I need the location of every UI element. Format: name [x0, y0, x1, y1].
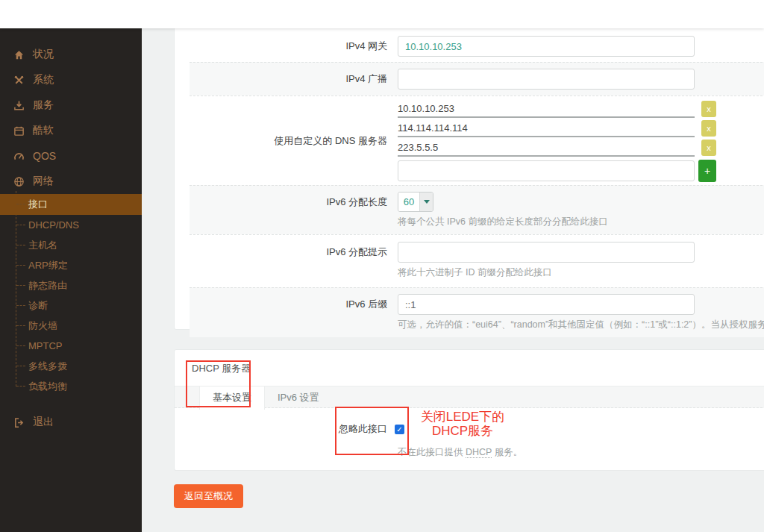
ipv4-broadcast-input[interactable] [398, 69, 695, 90]
sidebar-item-interfaces[interactable]: 接口 [0, 194, 142, 215]
sidebar-item-label: 系统 [33, 73, 54, 87]
dns-add-entry: + [398, 160, 764, 182]
sidebar-item-arp-binding[interactable]: ARP绑定 [0, 255, 142, 275]
sidebar-item-qos[interactable]: QOS [0, 143, 142, 169]
sidebar-item-label: 退出 [33, 416, 54, 429]
field-description: 将此十六进制子 ID 前缀分配给此接口 [398, 266, 764, 279]
sidebar-item-diagnostics[interactable]: 诊断 [0, 295, 142, 316]
annotation-text: 关闭LEDE下的 DHCP服务 [379, 410, 546, 438]
back-to-overview-button[interactable]: 返回至概况 [174, 484, 243, 508]
field-label: IPv4 网关 [190, 36, 387, 57]
network-submenu: 接口 DHCP/DNS 主机名 ARP绑定 静态路由 诊断 防火墙 MPTCP … [0, 194, 142, 396]
globe-icon [13, 176, 25, 187]
ipv6-suffix-input[interactable] [398, 294, 695, 315]
dns-server-input-2[interactable] [398, 119, 695, 137]
sidebar-item-load-balancing[interactable]: 负载均衡 [0, 376, 142, 396]
main-content: IPv4 网关 IPv4 广播 使用自定义的 DNS 服务器 x x [142, 28, 764, 532]
sidebar-item-multiwan[interactable]: 多线多拨 [0, 356, 142, 376]
field-label: IPv6 分配长度 [190, 192, 387, 212]
home-icon [13, 49, 25, 60]
select-value: 60 [398, 193, 419, 211]
field-description: 可选，允许的值：“eui64”、“random”和其他固定值（例如：“::1”或… [398, 319, 764, 331]
tab-ipv6-settings[interactable]: IPv6 设置 [265, 387, 332, 407]
sidebar-item-services[interactable]: 服务 [0, 93, 142, 118]
field-label: 使用自定义的 DNS 服务器 [190, 131, 387, 151]
form-row-ipv4-broadcast: IPv4 广播 [190, 62, 764, 96]
remove-dns-button[interactable]: x [701, 120, 716, 137]
remove-dns-button[interactable]: x [701, 140, 716, 156]
top-header [0, 0, 764, 28]
sidebar-item-label: 网络 [33, 175, 54, 188]
form-row-ipv6-suffix: IPv6 后缀 可选，允许的值：“eui64”、“random”和其他固定值（例… [190, 287, 764, 337]
annotation-line: 关闭LEDE下的 [379, 410, 546, 424]
dhcp-abbr: DHCP [466, 447, 492, 458]
form-row-ipv6-assignment-length: IPv6 分配长度 60 将每个公共 IPv6 前缀的给定长度部分分配给此接口 [190, 185, 764, 234]
form-row-ipv6-assignment-hint: IPv6 分配提示 将此十六进制子 ID 前缀分配给此接口 [190, 234, 764, 287]
sidebar-item-koolshare[interactable]: 酷软 [0, 118, 142, 143]
form-row-ipv4-gateway: IPv4 网关 [190, 31, 764, 62]
ipv6-assignment-length-select[interactable]: 60 [398, 192, 433, 212]
sidebar-item-label: 状况 [33, 48, 54, 61]
download-icon [13, 100, 25, 111]
dns-server-input-1[interactable] [398, 100, 695, 118]
chevron-down-icon [419, 193, 433, 211]
tools-icon [13, 75, 25, 86]
form-row-custom-dns: 使用自定义的 DNS 服务器 x x x + [190, 96, 764, 185]
dns-entry: x [398, 119, 764, 138]
ipv6-assignment-hint-input[interactable] [398, 242, 695, 263]
sidebar-item-hostnames[interactable]: 主机名 [0, 235, 142, 255]
sidebar-item-dhcp-dns[interactable]: DHCP/DNS [0, 215, 142, 235]
sidebar-item-firewall[interactable]: 防火墙 [0, 316, 142, 336]
sidebar-item-label: QOS [33, 150, 56, 162]
sidebar-item-mptcp[interactable]: MPTCP [0, 336, 142, 356]
sidebar-item-system[interactable]: 系统 [0, 67, 142, 93]
field-label: IPv6 分配提示 [190, 242, 387, 263]
field-label: IPv4 广播 [190, 69, 387, 90]
sidebar-item-static-routes[interactable]: 静态路由 [0, 275, 142, 295]
add-dns-button[interactable]: + [698, 160, 716, 182]
ipv4-gateway-input[interactable] [398, 36, 695, 57]
field-description: 将每个公共 IPv6 前缀的给定长度部分分配给此接口 [398, 216, 764, 228]
dns-entry: x [398, 99, 764, 119]
sidebar-item-label: 酷软 [33, 124, 54, 137]
dns-server-input-new[interactable] [398, 160, 695, 181]
main-nav: 状况 系统 服务 酷软 QOS 网络 [0, 28, 142, 194]
dhcp-section-title: DHCP 服务器 [192, 362, 764, 375]
sidebar-item-logout[interactable]: 退出 [0, 410, 142, 435]
field-label: IPv6 后缀 [190, 294, 387, 315]
dns-entry: x [398, 138, 764, 157]
annotation-line: DHCP服务 [379, 424, 546, 438]
calendar-icon [13, 125, 25, 137]
annotation-box-dhcp-server [186, 360, 251, 407]
sidebar-item-network[interactable]: 网络 [0, 169, 142, 194]
dhcp-tabbar: 基本设置 IPv6 设置 [175, 386, 764, 408]
logout-icon [13, 417, 25, 428]
gauge-icon [13, 151, 25, 162]
sidebar-item-status[interactable]: 状况 [0, 42, 142, 67]
sidebar: 状况 系统 服务 酷软 QOS 网络 接口 [0, 28, 142, 532]
sidebar-item-label: 服务 [33, 98, 54, 112]
field-description: 不在此接口提供 DHCP 服务。 [398, 446, 764, 459]
description-text: 服务。 [492, 447, 522, 457]
remove-dns-button[interactable]: x [701, 101, 716, 117]
dns-server-input-3[interactable] [398, 139, 695, 157]
interface-settings-panel: IPv4 网关 IPv4 广播 使用自定义的 DNS 服务器 x x [174, 22, 764, 330]
